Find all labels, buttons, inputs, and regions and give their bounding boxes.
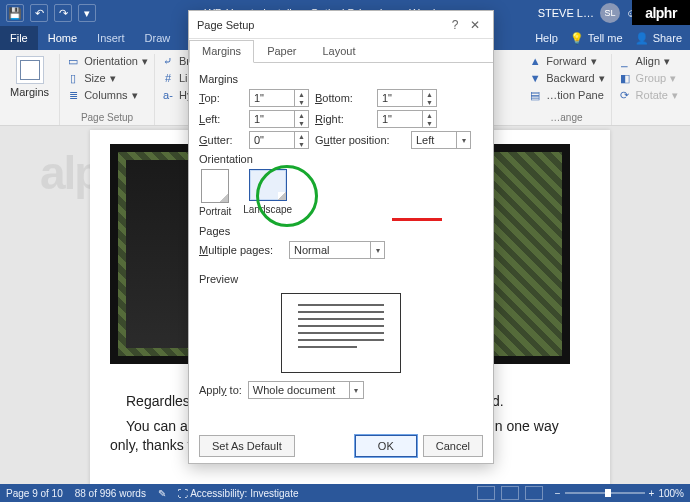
tab-layout[interactable]: Layout (309, 40, 368, 63)
label-multiple-pages: Multiple pages: (199, 244, 283, 256)
orientation-landscape[interactable]: Landscape (243, 169, 292, 217)
label-gutter-position: Gutter position: (315, 134, 405, 146)
size-icon: ▯ (66, 71, 80, 85)
tell-me[interactable]: 💡 Tell me (570, 32, 623, 45)
view-read-mode[interactable] (477, 486, 495, 500)
margins-button[interactable]: Margins (6, 54, 53, 100)
gutter-spinner[interactable]: 0"▲▼ (249, 131, 309, 149)
breaks-icon: ⤶ (161, 54, 175, 68)
group-label-arrange: …ange (528, 112, 604, 125)
user-name[interactable]: STEVE L… (538, 7, 594, 19)
top-margin-spinner[interactable]: 1"▲▼ (249, 89, 309, 107)
help-icon[interactable]: ? (445, 18, 465, 32)
selection-pane-button[interactable]: ▤…tion Pane (528, 88, 604, 102)
bring-forward-button[interactable]: ▲Forward ▾ (528, 54, 604, 68)
orientation-icon: ▭ (66, 54, 80, 68)
label-bottom: Bottom: (315, 92, 371, 104)
right-margin-spinner[interactable]: 1"▲▼ (377, 110, 437, 128)
section-pages: Pages (199, 225, 483, 237)
zoom-slider[interactable] (565, 492, 645, 494)
landscape-icon (249, 169, 287, 201)
orientation-button[interactable]: ▭Orientation ▾ (66, 54, 148, 68)
dialog-title: Page Setup (197, 19, 445, 31)
label-gutter: Gutter: (199, 134, 243, 146)
columns-icon: ≣ (66, 88, 80, 102)
set-as-default-button[interactable]: Set As Default (199, 435, 295, 457)
save-icon[interactable]: 💾 (6, 4, 24, 22)
orientation-portrait[interactable]: Portrait (199, 169, 231, 217)
align-button[interactable]: ⎯Align ▾ (618, 54, 678, 68)
zoom-percent[interactable]: 100% (658, 488, 684, 499)
multiple-pages-combo[interactable]: Normal▾ (289, 241, 385, 259)
gutter-position-combo[interactable]: Left▾ (411, 131, 471, 149)
backward-icon: ▼ (528, 71, 542, 85)
tab-paper[interactable]: Paper (254, 40, 309, 63)
section-orientation: Orientation (199, 153, 483, 165)
tab-file[interactable]: File (0, 26, 38, 50)
columns-button[interactable]: ≣Columns ▾ (66, 88, 148, 102)
tell-me-icon: 💡 (570, 32, 584, 45)
word-count[interactable]: 88 of 996 words (75, 488, 146, 499)
dialog-tabs: Margins Paper Layout (189, 39, 493, 63)
accessibility-icon: ⛶ (178, 488, 188, 499)
qat-dropdown-icon[interactable]: ▾ (78, 4, 96, 22)
group-label-pagesetup: Page Setup (66, 112, 148, 125)
spellcheck-icon[interactable]: ✎ (158, 488, 166, 499)
forward-icon: ▲ (528, 54, 542, 68)
section-preview: Preview (199, 273, 483, 285)
tab-draw[interactable]: Draw (135, 26, 181, 50)
accessibility-button[interactable]: ⛶ Accessibility: Investigate (178, 488, 299, 499)
selection-pane-icon: ▤ (528, 88, 542, 102)
zoom-out-button[interactable]: − (555, 488, 561, 499)
label-apply-to: Apply to: (199, 384, 242, 396)
tab-insert[interactable]: Insert (87, 26, 135, 50)
margins-icon (16, 56, 44, 84)
rotate-button[interactable]: ⟳Rotate ▾ (618, 88, 678, 102)
left-margin-spinner[interactable]: 1"▲▼ (249, 110, 309, 128)
size-button[interactable]: ▯Size ▾ (66, 71, 148, 85)
preview-box (281, 293, 401, 373)
close-icon[interactable]: ✕ (465, 18, 485, 32)
label-top: Top: (199, 92, 243, 104)
tab-help[interactable]: Help (535, 32, 558, 44)
label-left: Left: (199, 113, 243, 125)
ok-button[interactable]: OK (355, 435, 417, 457)
section-margins: Margins (199, 73, 483, 85)
zoom-in-button[interactable]: + (649, 488, 655, 499)
apply-to-combo[interactable]: Whole document▾ (248, 381, 364, 399)
label-right: Right: (315, 113, 371, 125)
share-button[interactable]: 👤 Share (635, 32, 682, 45)
annotation-red-line (392, 218, 442, 221)
group-objects-button[interactable]: ◧Group ▾ (618, 71, 678, 85)
bottom-margin-spinner[interactable]: 1"▲▼ (377, 89, 437, 107)
tab-margins[interactable]: Margins (189, 40, 254, 63)
alphr-logo: alphr (632, 0, 690, 25)
hyphenation-icon: a- (161, 88, 175, 102)
portrait-icon (201, 169, 229, 203)
send-backward-button[interactable]: ▼Backward ▾ (528, 71, 604, 85)
page-setup-dialog: Page Setup ? ✕ Margins Paper Layout Marg… (188, 10, 494, 464)
tab-home[interactable]: Home (38, 26, 87, 50)
view-web-layout[interactable] (525, 486, 543, 500)
line-numbers-icon: # (161, 71, 175, 85)
align-icon: ⎯ (618, 54, 632, 68)
cancel-button[interactable]: Cancel (423, 435, 483, 457)
share-icon: 👤 (635, 32, 649, 45)
view-print-layout[interactable] (501, 486, 519, 500)
rotate-icon: ⟳ (618, 88, 632, 102)
status-bar: Page 9 of 10 88 of 996 words ✎ ⛶ Accessi… (0, 484, 690, 502)
group-icon: ◧ (618, 71, 632, 85)
redo-icon[interactable]: ↷ (54, 4, 72, 22)
undo-icon[interactable]: ↶ (30, 4, 48, 22)
page-indicator[interactable]: Page 9 of 10 (6, 488, 63, 499)
avatar[interactable]: SL (600, 3, 620, 23)
